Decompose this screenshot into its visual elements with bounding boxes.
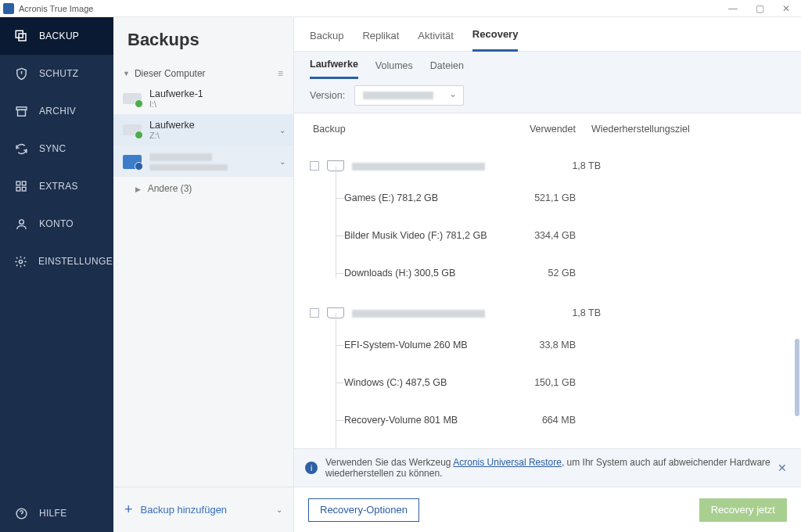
archive-icon bbox=[14, 104, 28, 118]
disk-checkbox[interactable] bbox=[310, 308, 319, 318]
tab-recovery[interactable]: Recovery bbox=[472, 28, 519, 52]
sidebar-item-archiv[interactable]: ARCHIV bbox=[0, 92, 113, 130]
disk-checkbox[interactable] bbox=[310, 161, 319, 171]
partition-row[interactable]: Daten (D:) 869,1 GB 239,1 GB bbox=[310, 439, 785, 448]
main-footer: Recovery-Optionen Recovery jetzt bbox=[294, 487, 801, 532]
version-select[interactable] bbox=[354, 85, 464, 106]
window-maximize-button[interactable]: ▢ bbox=[746, 0, 773, 17]
other-label: Andere (3) bbox=[148, 183, 192, 194]
partition-name: Recovery-Volume 801 MB bbox=[344, 415, 513, 426]
add-backup-button[interactable]: + Backup hinzufügen ⌄ bbox=[113, 487, 293, 532]
svg-point-9 bbox=[19, 260, 22, 263]
tabs: Backup Replikat Aktivität Recovery bbox=[294, 17, 801, 52]
shield-icon bbox=[14, 66, 28, 81]
svg-rect-6 bbox=[16, 187, 20, 191]
other-group[interactable]: ▶ Andere (3) bbox=[113, 177, 293, 200]
svg-rect-4 bbox=[16, 182, 20, 185]
sidebar-item-label: EXTRAS bbox=[39, 181, 78, 192]
backup-item-name: Laufwerke bbox=[149, 120, 276, 131]
sync-icon bbox=[14, 142, 28, 156]
sidebar-item-einstellungen[interactable]: EINSTELLUNGEN bbox=[0, 243, 113, 280]
backup-item-name: Laufwerke-1 bbox=[149, 88, 286, 99]
tab-aktivitat[interactable]: Aktivität bbox=[418, 30, 454, 51]
backup-item-path: I:\ bbox=[149, 99, 286, 109]
backup-item-pc[interactable]: ⌄ bbox=[113, 146, 293, 177]
chevron-down-icon: ⌄ bbox=[279, 126, 286, 135]
gear-icon bbox=[14, 254, 27, 268]
disk-name bbox=[352, 307, 538, 318]
disk-size: 1,8 TB bbox=[538, 160, 616, 171]
pc-icon bbox=[123, 155, 142, 169]
partition-row[interactable]: Recovery-Volume 801 MB 664 MB bbox=[310, 401, 785, 439]
app-title: Acronis True Image bbox=[19, 4, 93, 13]
disk-row[interactable]: 1,8 TB bbox=[310, 300, 785, 326]
disk-name bbox=[352, 160, 538, 171]
backup-item[interactable]: Laufwerke-1 I:\ bbox=[113, 83, 293, 114]
grid-icon bbox=[14, 179, 28, 193]
group-header[interactable]: ▼ Dieser Computer ≡ bbox=[113, 64, 293, 83]
app-logo-icon bbox=[3, 3, 14, 14]
sidebar-item-konto[interactable]: KONTO bbox=[0, 205, 113, 243]
sidebar-item-label: KONTO bbox=[39, 218, 74, 229]
sidebar-item-label: SCHUTZ bbox=[39, 68, 78, 79]
backups-panel: Backups ▼ Dieser Computer ≡ Laufwerke-1 … bbox=[113, 17, 294, 532]
tab-replikat[interactable]: Replikat bbox=[362, 30, 399, 51]
titlebar: Acronis True Image — ▢ ✕ bbox=[0, 0, 801, 17]
sidebar-item-extras[interactable]: EXTRAS bbox=[0, 167, 113, 205]
universal-restore-link[interactable]: Acronis Universal Restore bbox=[453, 457, 562, 468]
svg-rect-7 bbox=[22, 187, 26, 191]
partition-name: Windows (C:) 487,5 GB bbox=[344, 377, 513, 388]
stack-icon bbox=[14, 29, 28, 43]
partition-used: 664 MB bbox=[513, 415, 591, 426]
window-minimize-button[interactable]: — bbox=[720, 0, 746, 17]
close-info-button[interactable]: ✕ bbox=[774, 462, 790, 474]
subtab-volumes[interactable]: Volumes bbox=[375, 60, 413, 78]
version-label: Version: bbox=[310, 90, 345, 101]
partition-used: 33,8 MB bbox=[513, 340, 591, 350]
recovery-table: Backup Verwendet Wiederherstellungsziel … bbox=[294, 113, 801, 448]
sidebar-item-backup[interactable]: BACKUP bbox=[0, 17, 113, 55]
recovery-now-button[interactable]: Recovery jetzt bbox=[699, 498, 787, 522]
backup-item-path: Z:\ bbox=[149, 131, 276, 140]
tab-backup[interactable]: Backup bbox=[310, 30, 343, 51]
group-label: Dieser Computer bbox=[135, 68, 206, 79]
sidebar-item-label: ARCHIV bbox=[39, 106, 76, 117]
disk-row[interactable]: 1,8 TB bbox=[310, 153, 785, 179]
partition-row[interactable]: EFI-System-Volume 260 MB 33,8 MB bbox=[310, 326, 785, 364]
partition-row[interactable]: Windows (C:) 487,5 GB 150,1 GB bbox=[310, 364, 785, 401]
info-icon: i bbox=[305, 462, 318, 474]
group-menu-icon[interactable]: ≡ bbox=[278, 68, 284, 79]
col-used: Verwendet bbox=[513, 124, 591, 135]
window-close-button[interactable]: ✕ bbox=[773, 0, 799, 17]
recovery-options-button[interactable]: Recovery-Optionen bbox=[308, 498, 419, 522]
partition-used: 521,1 GB bbox=[513, 192, 591, 203]
help-icon bbox=[14, 506, 28, 520]
sidebar-item-label: BACKUP bbox=[39, 31, 79, 41]
sidebar-item-label: SYNC bbox=[39, 143, 66, 154]
sidebar-item-schutz[interactable]: SCHUTZ bbox=[0, 55, 113, 92]
user-icon bbox=[14, 217, 28, 231]
partition-row[interactable]: Bilder Musik Video (F:) 781,2 GB 334,4 G… bbox=[310, 217, 785, 254]
col-backup: Backup bbox=[310, 124, 513, 135]
partition-row[interactable]: Games (E:) 781,2 GB 521,1 GB bbox=[310, 179, 785, 217]
scrollbar[interactable] bbox=[795, 168, 799, 444]
subtab-laufwerke[interactable]: Laufwerke bbox=[310, 59, 358, 79]
info-text: Verwenden Sie das Werkzeug Acronis Unive… bbox=[325, 457, 774, 479]
partition-name: Games (E:) 781,2 GB bbox=[344, 192, 513, 203]
partition-used: 52 GB bbox=[513, 268, 591, 279]
sidebar: BACKUP SCHUTZ ARCHIV SYNC EXTRAS KONTO E… bbox=[0, 17, 113, 532]
subtab-dateien[interactable]: Dateien bbox=[430, 60, 464, 78]
subbar: Laufwerke Volumes Dateien Version: bbox=[294, 52, 801, 113]
svg-rect-5 bbox=[22, 182, 26, 185]
panel-title: Backups bbox=[113, 17, 293, 64]
backup-item-selected[interactable]: Laufwerke Z:\ ⌄ bbox=[113, 114, 293, 146]
partition-row[interactable]: Downloads (H:) 300,5 GB 52 GB bbox=[310, 254, 785, 292]
sidebar-item-sync[interactable]: SYNC bbox=[0, 130, 113, 167]
backup-item-name bbox=[149, 151, 276, 162]
partition-name: Bilder Musik Video (F:) 781,2 GB bbox=[344, 230, 513, 241]
sidebar-item-label: HILFE bbox=[39, 508, 67, 519]
sidebar-item-hilfe[interactable]: HILFE bbox=[0, 494, 113, 532]
plus-icon: + bbox=[124, 501, 133, 518]
chevron-down-icon: ⌄ bbox=[276, 505, 282, 514]
backup-item-path bbox=[149, 162, 276, 171]
